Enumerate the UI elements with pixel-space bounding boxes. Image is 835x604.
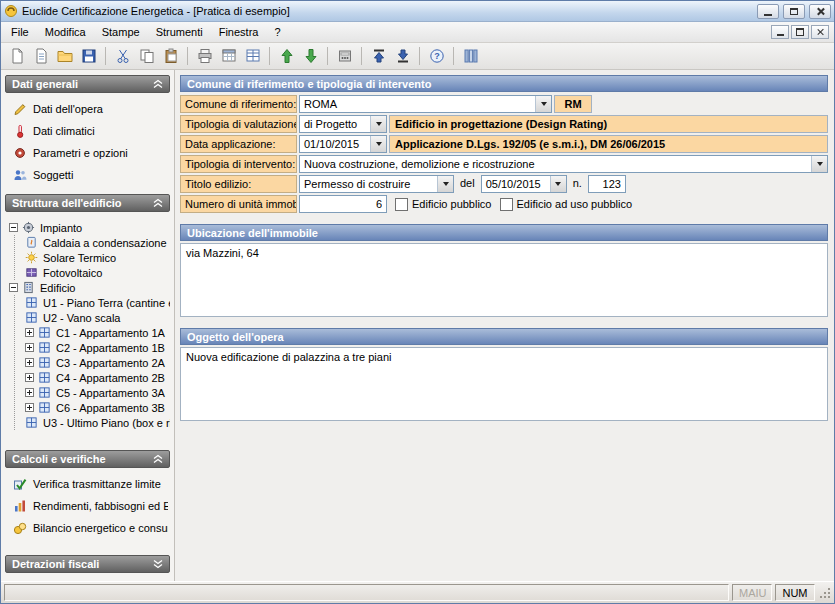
comune-combobox[interactable]: ROMA <box>299 95 552 113</box>
paste-icon <box>163 48 179 64</box>
unita-input[interactable] <box>299 195 387 213</box>
titolo-numero-input[interactable] <box>588 175 626 193</box>
gear-icon <box>13 146 27 160</box>
titolo-edilizio-combobox[interactable]: Permesso di costruire <box>299 175 454 193</box>
columns-icon <box>463 48 479 64</box>
mdi-minimize-button[interactable] <box>771 25 789 39</box>
table-icon <box>245 48 261 64</box>
panel-header-dati-generali[interactable]: Dati generali <box>5 75 170 93</box>
toolbar-separator <box>105 47 106 65</box>
menu-modifica[interactable]: Modifica <box>37 23 94 41</box>
titolo-data-datepicker[interactable]: 05/10/2015 <box>481 175 567 193</box>
archive-button[interactable] <box>333 45 356 67</box>
oggetto-textarea[interactable]: Nuova edificazione di palazzina a tre pi… <box>180 347 828 421</box>
help-button[interactable]: ? <box>425 45 448 67</box>
menu-finestra[interactable]: Finestra <box>211 23 267 41</box>
panel-header-calcoli[interactable]: Calcoli e verifiche <box>5 450 170 468</box>
tipologia-intervento-combobox[interactable]: Nuova costruzione, demolizione e ricostr… <box>299 155 828 173</box>
valutazione-combobox[interactable]: di Progetto <box>299 115 387 133</box>
statusbar-message-panel <box>4 584 729 601</box>
mdi-restore-icon <box>796 28 804 36</box>
tree-node-c2[interactable]: C2 - Appartamento 1B <box>25 340 170 355</box>
table-button[interactable] <box>241 45 264 67</box>
thermometer-icon <box>13 124 27 138</box>
menu-file[interactable]: File <box>3 23 37 41</box>
move-bottom-button[interactable] <box>391 45 414 67</box>
export-button[interactable] <box>299 45 322 67</box>
dropdown-button[interactable] <box>811 156 827 172</box>
panel-header-struttura[interactable]: Struttura dell'edificio <box>5 194 170 212</box>
edificio-uso-pubblico-group: Edificio ad uso pubblico <box>500 195 633 213</box>
ubicazione-textarea[interactable]: via Mazzini, 64 <box>180 243 828 317</box>
mdi-close-button[interactable] <box>811 25 829 39</box>
tree-node-label: Edificio <box>40 282 75 294</box>
maximize-button[interactable] <box>783 4 805 19</box>
menu-strumenti[interactable]: Strumenti <box>148 23 211 41</box>
sidebar-item-soggetti[interactable]: Soggetti <box>13 168 168 182</box>
sidebar-item-dati-climatici[interactable]: Dati climatici <box>13 124 168 138</box>
valutazione-description-field: Edificio in progettazione (Design Rating… <box>389 115 828 133</box>
mdi-restore-button[interactable] <box>791 25 809 39</box>
tree-node-c5[interactable]: C5 - Appartamento 3A <box>25 385 170 400</box>
collapse-expander-icon[interactable] <box>9 283 18 292</box>
dropdown-button[interactable] <box>370 136 386 152</box>
chevron-down-icon <box>555 182 561 186</box>
tree-node-u1[interactable]: U1 - Piano Terra (cantine e <box>25 295 170 310</box>
data-applicazione-datepicker[interactable]: 01/10/2015 <box>299 135 387 153</box>
expand-expander-icon[interactable] <box>25 328 34 337</box>
print-icon <box>197 48 213 64</box>
tree-node-label: Impianto <box>40 222 82 234</box>
tree-node-fotovoltaico[interactable]: Fotovoltaico <box>25 265 170 280</box>
tree-node-c1[interactable]: C1 - Appartamento 1A <box>25 325 170 340</box>
columns-button[interactable] <box>459 45 482 67</box>
minimize-button[interactable] <box>757 4 779 19</box>
tree-node-edificio[interactable]: Edificio <box>9 280 170 295</box>
tree-node-u2[interactable]: U2 - Vano scala <box>25 310 170 325</box>
open-button[interactable] <box>53 45 76 67</box>
edificio-pubblico-checkbox[interactable] <box>395 198 408 211</box>
sidebar-item-bilancio[interactable]: Bilancio energetico e consumi <box>13 521 168 535</box>
dropdown-button[interactable] <box>535 96 551 112</box>
tree-node-c4[interactable]: C4 - Appartamento 2B <box>25 370 170 385</box>
toolbar-separator <box>361 47 362 65</box>
import-button[interactable] <box>275 45 298 67</box>
print-button[interactable] <box>193 45 216 67</box>
tree-node-u3[interactable]: U3 - Ultimo Piano (box e rip <box>25 415 170 430</box>
dropdown-button[interactable] <box>437 176 453 192</box>
expand-expander-icon[interactable] <box>25 388 34 397</box>
tree-node-solare[interactable]: Solare Termico <box>25 250 170 265</box>
copy-button[interactable] <box>135 45 158 67</box>
print-preview-button[interactable] <box>217 45 240 67</box>
titolo-edilizio-label: Titolo edilizio: <box>180 175 297 193</box>
save-button[interactable] <box>77 45 100 67</box>
move-top-button[interactable] <box>367 45 390 67</box>
menu-help[interactable]: ? <box>266 23 288 41</box>
sidebar-item-verifica[interactable]: Verifica trasmittanze limite <box>13 477 168 491</box>
expand-expander-icon[interactable] <box>25 343 34 352</box>
titolo-edilizio-value: Permesso di costruire <box>300 176 437 192</box>
collapse-expander-icon[interactable] <box>9 223 18 232</box>
sidebar-item-label: Soggetti <box>33 169 73 181</box>
dropdown-button[interactable] <box>550 176 566 192</box>
tree-node-caldaia[interactable]: Caldaia a condensazione <box>25 235 170 250</box>
tree-node-c6[interactable]: C6 - Appartamento 3B <box>25 400 170 415</box>
panel-header-detrazioni[interactable]: Detrazioni fiscali <box>5 555 170 573</box>
dropdown-button[interactable] <box>370 116 386 132</box>
expand-expander-icon[interactable] <box>25 358 34 367</box>
sidebar-item-parametri[interactable]: Parametri e opzioni <box>13 146 168 160</box>
edificio-uso-pubblico-checkbox[interactable] <box>500 198 513 211</box>
sidebar-item-dati-opera[interactable]: Dati dell'opera <box>13 102 168 116</box>
move-bottom-icon <box>395 48 411 64</box>
expand-expander-icon[interactable] <box>25 373 34 382</box>
expand-expander-icon[interactable] <box>25 403 34 412</box>
close-button[interactable] <box>809 4 831 19</box>
new-document-button[interactable] <box>5 45 28 67</box>
resize-grip[interactable] <box>819 585 832 600</box>
paste-button[interactable] <box>159 45 182 67</box>
menu-stampe[interactable]: Stampe <box>94 23 148 41</box>
sidebar-item-rendimenti[interactable]: Rendimenti, fabbisogni ed EP <box>13 499 168 513</box>
tree-node-impianto[interactable]: Impianto <box>9 220 170 235</box>
new-practice-button[interactable] <box>29 45 52 67</box>
cut-button[interactable] <box>111 45 134 67</box>
tree-node-c3[interactable]: C3 - Appartamento 2A <box>25 355 170 370</box>
